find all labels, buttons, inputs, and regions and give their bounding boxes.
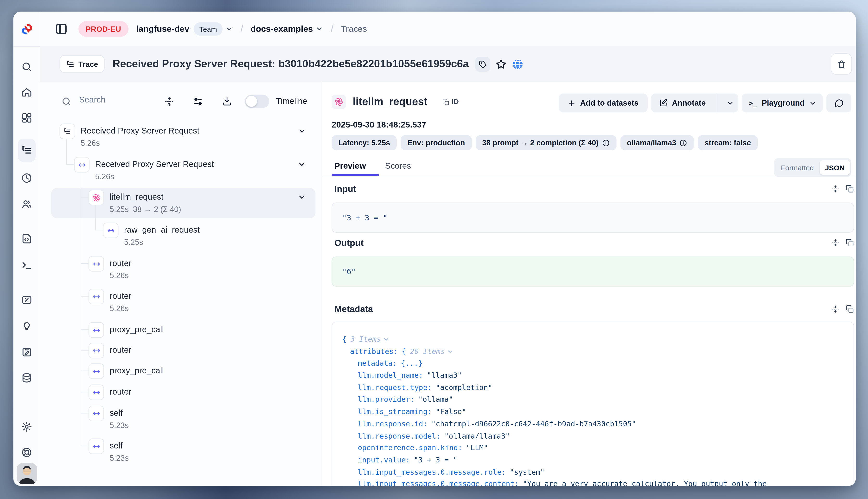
json-line: llm.response.id:"chatcmpl-d96622c0-c642-…: [332, 418, 854, 430]
metadata-section-heading: Metadata: [334, 304, 373, 315]
json-line[interactable]: attributes:{20 Items: [332, 345, 854, 357]
user-avatar-photo: [16, 463, 37, 484]
metadata-json-viewer: {3 Items attributes:{20 Items metadata:{…: [332, 333, 854, 486]
evaluation-percent-icon[interactable]: [21, 294, 32, 305]
environment-badge[interactable]: PROD-EU: [78, 21, 128, 37]
project-name[interactable]: docs-examples: [251, 24, 313, 34]
format-option-json[interactable]: JSON: [819, 160, 850, 175]
observation-actions: Add to datasets Annotate >_ Playground: [558, 94, 851, 113]
playground-button[interactable]: >_ Playground: [742, 94, 823, 113]
chevron-down-icon[interactable]: [297, 127, 306, 135]
insights-lightbulb-icon[interactable]: [21, 320, 32, 331]
bookmark-star-icon[interactable]: [496, 58, 507, 70]
copy-icon[interactable]: [846, 185, 854, 193]
observation-title: litellm_request: [353, 96, 427, 108]
metadata-content-box: {3 Items attributes:{20 Items metadata:{…: [331, 322, 854, 486]
json-line: llm.model_name:"llama3": [332, 369, 854, 381]
search-nav-icon[interactable]: [21, 61, 32, 72]
delete-trace-button[interactable]: [831, 53, 852, 75]
app-header: PROD-EU langfuse-dev Team / docs-example…: [40, 12, 856, 46]
json-line: llm.input_messages.0.message.role:"syste…: [332, 466, 854, 478]
observation-detail-panel: litellm_request ID Add to datasets Annot…: [322, 82, 856, 486]
users-icon[interactable]: [21, 199, 32, 210]
plus-circle-icon[interactable]: [680, 139, 687, 147]
json-line: llm.provider:"ollama": [332, 394, 854, 406]
tree-connector: [81, 197, 88, 197]
annotation-clipboard-icon[interactable]: [21, 347, 32, 358]
copy-icon[interactable]: [846, 239, 854, 247]
output-content-box: "6": [331, 256, 854, 287]
format-option-formatted[interactable]: Formatted: [775, 163, 819, 172]
json-line[interactable]: {3 Items: [332, 333, 854, 345]
organization-name[interactable]: langfuse-dev: [136, 24, 190, 34]
edit-pencil-icon: [659, 98, 668, 107]
trace-type-label: Trace: [78, 60, 98, 68]
public-globe-icon[interactable]: [512, 58, 524, 70]
span-arrows-icon: [78, 160, 86, 169]
comments-button[interactable]: [827, 94, 852, 113]
langfuse-logo[interactable]: [13, 12, 40, 47]
span-arrows-icon: [92, 326, 100, 334]
json-line: llm.request.type:"acompletion": [332, 381, 854, 394]
timeline-toggle[interactable]: [245, 95, 269, 108]
span-arrows-icon: [92, 409, 100, 418]
annotate-button[interactable]: Annotate: [651, 94, 738, 113]
annotate-dropdown-button[interactable]: [722, 94, 738, 113]
trace-type-badge: Trace: [59, 55, 105, 73]
collapse-chevron-icon[interactable]: [382, 336, 389, 343]
json-line[interactable]: metadata:{...}: [332, 357, 854, 369]
tree-connector: [81, 350, 88, 351]
token-usage-badge: 38 prompt → 2 completion (Σ 40): [475, 135, 616, 150]
tree-connector: [81, 392, 88, 392]
info-icon[interactable]: [602, 139, 610, 147]
home-icon[interactable]: [21, 87, 32, 98]
chevron-down-icon: [726, 99, 734, 107]
prompts-file-icon[interactable]: [21, 233, 32, 244]
sessions-clock-icon[interactable]: [21, 172, 32, 184]
tracing-nav-icon[interactable]: [21, 145, 32, 156]
json-line: llm.response.model:"ollama/llama3": [332, 430, 854, 442]
org-chevron-down-icon[interactable]: [225, 25, 233, 33]
tree-search-input[interactable]: [78, 94, 152, 105]
tab-preview[interactable]: Preview: [334, 161, 366, 170]
playground-label: Playground: [762, 98, 805, 107]
sidebar-toggle-icon[interactable]: [54, 22, 68, 36]
span-arrows-icon: [92, 367, 100, 375]
tree-connector: [81, 413, 88, 413]
playground-nav-icon[interactable]: [21, 260, 32, 271]
input-section-heading: Input: [334, 184, 356, 194]
tree-connector: [66, 139, 66, 164]
generation-pinwheel-icon: [334, 97, 343, 106]
tree-connector: [81, 329, 88, 330]
collapse-section-icon[interactable]: [831, 239, 840, 247]
collapse-chevron-icon[interactable]: [447, 348, 453, 355]
span-arrows-icon: [92, 442, 100, 451]
model-badge[interactable]: ollama/llama3: [620, 135, 694, 150]
annotate-split-divider: [717, 94, 718, 113]
json-line: openinference.span.kind:"LLM": [332, 442, 854, 454]
download-icon[interactable]: [222, 96, 232, 106]
datasets-database-icon[interactable]: [21, 372, 32, 383]
collapse-section-icon[interactable]: [831, 185, 840, 193]
plus-icon: [567, 99, 576, 107]
observation-badges: Latency: 5.25s Env: production 38 prompt…: [331, 135, 758, 150]
tag-button[interactable]: [475, 57, 490, 72]
annotate-label: Annotate: [672, 98, 706, 107]
tab-scores[interactable]: Scores: [385, 161, 411, 170]
chevron-down-icon[interactable]: [297, 160, 306, 169]
settings-gear-icon[interactable]: [21, 421, 32, 433]
chevron-down-icon[interactable]: [297, 193, 306, 202]
collapse-all-icon[interactable]: [164, 96, 174, 106]
span-arrows-icon: [92, 388, 100, 397]
user-avatar[interactable]: [16, 463, 37, 484]
collapse-section-icon[interactable]: [831, 305, 840, 313]
tree-settings-icon[interactable]: [193, 96, 203, 106]
node-usage: 38 → 2 (Σ 40): [133, 205, 181, 214]
copy-id-button[interactable]: ID: [442, 98, 459, 106]
dashboards-icon[interactable]: [21, 112, 32, 123]
copy-icon[interactable]: [846, 305, 854, 313]
support-lifebuoy-icon[interactable]: [21, 447, 32, 458]
breadcrumb-section[interactable]: Traces: [341, 24, 367, 34]
project-chevron-down-icon[interactable]: [316, 25, 323, 33]
add-to-datasets-button[interactable]: Add to datasets: [558, 94, 647, 113]
